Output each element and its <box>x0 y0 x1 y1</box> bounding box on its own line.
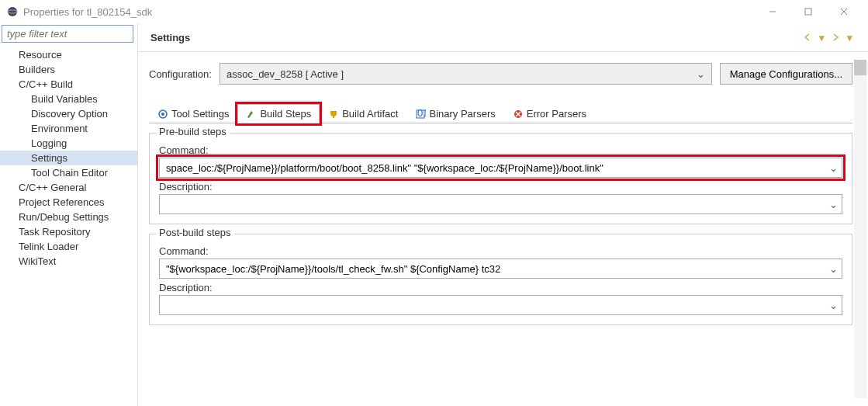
tool-settings-icon <box>157 109 168 120</box>
prebuild-command-field[interactable]: ⌄ <box>159 158 842 178</box>
chevron-down-icon: ⌄ <box>825 300 842 311</box>
forward-icon[interactable] <box>829 31 842 43</box>
postbuild-description-field[interactable]: ⌄ <box>159 295 842 315</box>
close-button[interactable] <box>826 0 862 23</box>
tree-item-settings[interactable]: Settings <box>0 151 137 165</box>
tree-item-c-c-general[interactable]: C/C++ General <box>0 180 137 195</box>
binary-icon: 01 <box>415 109 426 120</box>
postbuild-command-label: Command: <box>159 245 842 257</box>
tree-item-project-references[interactable]: Project References <box>0 195 137 210</box>
chevron-down-icon: ⌄ <box>825 263 842 275</box>
window-controls <box>755 0 862 23</box>
postbuild-command-field[interactable]: ⌄ <box>159 259 842 279</box>
tab-tool-settings[interactable]: Tool Settings <box>149 104 237 123</box>
window-title: Properties for tl_802154_sdk <box>23 6 755 18</box>
postbuild-command-input[interactable] <box>160 261 825 277</box>
config-value: assoc_dev_8258 [ Active ] <box>227 68 697 80</box>
tree-item-discovery-option[interactable]: Discovery Option <box>0 106 137 121</box>
filter-input[interactable] <box>2 25 133 43</box>
postbuild-description-input[interactable] <box>160 297 825 314</box>
config-select[interactable]: assoc_dev_8258 [ Active ] ⌄ <box>220 63 712 85</box>
manage-configurations-button[interactable]: Manage Configurations... <box>720 63 852 85</box>
tab-error-parsers[interactable]: Error Parsers <box>504 104 595 123</box>
postbuild-description-label: Description: <box>159 282 842 293</box>
tab-binary-parsers[interactable]: 01Binary Parsers <box>406 104 503 123</box>
tab-label: Error Parsers <box>527 108 586 120</box>
build-steps-icon <box>246 109 257 120</box>
tab-build-steps[interactable]: Build Steps <box>237 104 320 123</box>
prebuild-description-input[interactable] <box>160 196 825 213</box>
back-dropdown-icon[interactable]: ▾ <box>815 31 828 43</box>
chevron-down-icon: ⌄ <box>825 199 842 210</box>
error-icon <box>513 109 524 120</box>
tree-item-build-variables[interactable]: Build Variables <box>0 92 137 106</box>
content-area: Settings ▾ ▾ Configuration: assoc_dev_82… <box>138 23 868 406</box>
prebuild-command-input[interactable] <box>160 160 825 176</box>
tree-item-run-debug-settings[interactable]: Run/Debug Settings <box>0 210 137 224</box>
scrollbar-thumb[interactable] <box>854 60 866 75</box>
tree-item-task-repository[interactable]: Task Repository <box>0 224 137 239</box>
forward-dropdown-icon[interactable]: ▾ <box>843 31 856 43</box>
tab-label: Build Artifact <box>342 108 398 120</box>
scroll-area: Configuration: assoc_dev_8258 [ Active ]… <box>138 52 868 406</box>
config-label: Configuration: <box>149 68 212 80</box>
prebuild-description-field[interactable]: ⌄ <box>159 194 842 214</box>
tab-build-artifact[interactable]: Build Artifact <box>320 104 406 123</box>
tabs: Tool SettingsBuild StepsBuild Artifact01… <box>149 103 852 123</box>
scrollbar-track[interactable] <box>854 60 866 398</box>
page-header: Settings ▾ ▾ <box>138 23 868 52</box>
postbuild-group: Post-build steps Command: ⌄ Description:… <box>149 234 852 325</box>
sidebar: ResourceBuildersC/C++ BuildBuild Variabl… <box>0 23 138 406</box>
prebuild-legend: Pre-build steps <box>156 126 230 137</box>
tree-item-environment[interactable]: Environment <box>0 121 137 136</box>
tree-item-wikitext[interactable]: WikiText <box>0 254 137 269</box>
maximize-button[interactable] <box>790 0 826 23</box>
tab-label: Binary Parsers <box>429 108 495 120</box>
nav-history: ▾ ▾ <box>801 31 856 43</box>
prebuild-description-label: Description: <box>159 181 842 193</box>
postbuild-legend: Post-build steps <box>156 227 234 238</box>
svg-rect-3 <box>805 9 811 15</box>
tree-item-builders[interactable]: Builders <box>0 62 137 77</box>
page-title: Settings <box>150 32 190 43</box>
svg-point-7 <box>161 113 164 116</box>
tab-label: Tool Settings <box>171 108 229 120</box>
tree-item-tool-chain-editor[interactable]: Tool Chain Editor <box>0 165 137 180</box>
config-row: Configuration: assoc_dev_8258 [ Active ]… <box>149 63 852 85</box>
minimize-button[interactable] <box>755 0 790 23</box>
prebuild-group: Pre-build steps Command: ⌄ Description: … <box>149 133 852 224</box>
svg-point-0 <box>8 7 17 16</box>
svg-text:01: 01 <box>417 109 426 119</box>
chevron-down-icon: ⌄ <box>825 162 842 174</box>
trophy-icon <box>328 109 339 120</box>
tree-item-telink-loader[interactable]: Telink Loader <box>0 239 137 254</box>
chevron-down-icon: ⌄ <box>697 68 705 80</box>
tab-label: Build Steps <box>260 108 311 120</box>
back-icon[interactable] <box>801 31 814 43</box>
prebuild-command-label: Command: <box>159 144 842 156</box>
titlebar: Properties for tl_802154_sdk <box>0 0 868 23</box>
tree-item-resource[interactable]: Resource <box>0 47 137 62</box>
tree-item-logging[interactable]: Logging <box>0 136 137 151</box>
eclipse-icon <box>6 5 19 18</box>
tree: ResourceBuildersC/C++ BuildBuild Variabl… <box>0 44 137 272</box>
tree-item-c-c-build[interactable]: C/C++ Build <box>0 77 137 92</box>
